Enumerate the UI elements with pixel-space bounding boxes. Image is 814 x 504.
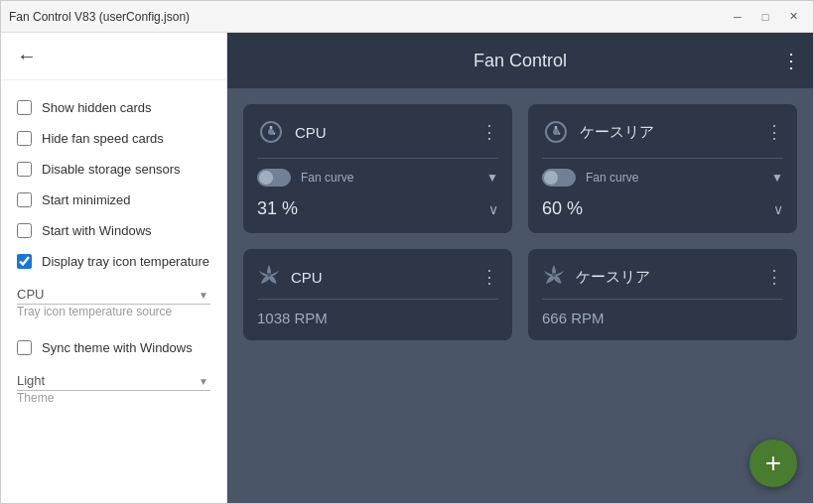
titlebar: Fan Control V83 (userConfig.json) ─ □ ✕: [1, 1, 813, 33]
checkbox-start-minimized[interactable]: Start minimized: [1, 185, 226, 215]
cpu-fan-card: CPU ⋮ 1038 RPM: [243, 249, 512, 340]
case-control-arrow-icon: ▼: [771, 171, 783, 185]
checkbox-disable-storage-label: Disable storage sensors: [42, 162, 180, 177]
svg-point-5: [552, 273, 556, 277]
checkbox-show-hidden[interactable]: Show hidden cards: [1, 92, 226, 123]
theme-label: Theme: [17, 391, 210, 405]
case-card-control-row: Fan curve ▼: [542, 169, 783, 187]
maximize-button[interactable]: □: [753, 7, 777, 27]
tray-temp-source-select[interactable]: CPU GPU Motherboard: [17, 285, 210, 305]
case-card-header: ケースリア ⋮: [542, 118, 783, 146]
checkbox-hide-fan-speed-label: Hide fan speed cards: [42, 131, 164, 146]
cpu-card-title-area: CPU: [257, 118, 327, 146]
window-controls: ─ □ ✕: [726, 7, 805, 27]
cpu-toggle-switch[interactable]: [257, 169, 291, 187]
checkbox-sync-theme[interactable]: Sync theme with Windows: [1, 332, 226, 363]
speed-icon-cpu: [257, 118, 285, 146]
case-percent-value: 60 %: [542, 198, 583, 219]
checkbox-hide-fan-speed-input[interactable]: [17, 131, 32, 146]
cpu-controller-card: CPU ⋮ Fan curve ▼ 31 % ∨: [243, 104, 512, 233]
checkbox-hide-fan-speed[interactable]: Hide fan speed cards: [1, 123, 226, 154]
checkbox-start-minimized-input[interactable]: [17, 192, 32, 207]
checkbox-sync-theme-label: Sync theme with Windows: [42, 340, 193, 355]
checkbox-start-windows-label: Start with Windows: [42, 223, 152, 238]
main-window: Fan Control V83 (userConfig.json) ─ □ ✕ …: [0, 0, 814, 504]
case-card-divider: [542, 158, 783, 159]
svg-point-4: [267, 273, 271, 277]
theme-select[interactable]: Light Dark System: [17, 371, 210, 391]
dropdown-tray-temp: CPU GPU Motherboard ▼ Tray icon temperat…: [1, 277, 226, 328]
cpu-fan-rpm: 1038 RPM: [257, 310, 498, 326]
case-expand-button[interactable]: ∨: [773, 201, 783, 217]
case-controller-card: ケースリア ⋮ Fan curve ▼ 60 % ∨: [528, 104, 797, 233]
svg-point-1: [269, 130, 273, 134]
back-button[interactable]: ←: [17, 45, 37, 67]
case-control-label: Fan curve: [586, 171, 761, 185]
checkbox-disable-storage-input[interactable]: [17, 162, 32, 177]
cpu-control-arrow-icon: ▼: [486, 171, 498, 185]
checkbox-show-hidden-label: Show hidden cards: [42, 100, 152, 115]
case-fan-header: ケースリア ⋮: [542, 263, 783, 291]
case-fan-divider: [542, 299, 783, 300]
case-card-title: ケースリア: [580, 123, 654, 142]
cpu-card-menu-button[interactable]: ⋮: [480, 121, 498, 143]
add-fab-button[interactable]: +: [749, 440, 797, 487]
case-fan-card: ケースリア ⋮ 666 RPM: [528, 249, 797, 340]
cpu-value-row: 31 % ∨: [257, 194, 498, 219]
svg-point-3: [554, 130, 558, 134]
checkbox-start-windows-input[interactable]: [17, 223, 32, 238]
cpu-card-header: CPU ⋮: [257, 118, 498, 146]
checkbox-show-hidden-input[interactable]: [17, 100, 32, 115]
case-toggle-switch[interactable]: [542, 169, 576, 187]
cpu-control-label: Fan curve: [301, 171, 476, 185]
close-button[interactable]: ✕: [781, 7, 805, 27]
content-menu-button[interactable]: ⋮: [781, 49, 801, 72]
cpu-fan-title: CPU: [291, 269, 323, 286]
dropdown-theme: Light Dark System ▼ Theme: [1, 363, 226, 415]
window-title: Fan Control V83 (userConfig.json): [9, 10, 190, 24]
sidebar-content: Show hidden cards Hide fan speed cards D…: [1, 80, 226, 503]
cpu-fan-title-area: CPU: [257, 263, 323, 291]
cpu-toggle-knob: [259, 171, 273, 185]
checkbox-start-windows[interactable]: Start with Windows: [1, 215, 226, 246]
case-card-menu-button[interactable]: ⋮: [765, 121, 783, 143]
case-toggle-knob: [544, 171, 558, 185]
cpu-fan-menu-button[interactable]: ⋮: [480, 266, 498, 288]
checkbox-display-tray-label: Display tray icon temperature: [42, 254, 209, 269]
checkbox-start-minimized-label: Start minimized: [42, 192, 131, 207]
tray-temp-source-label: Tray icon temperature source: [17, 305, 210, 318]
cpu-fan-header: CPU ⋮: [257, 263, 498, 291]
cpu-percent-value: 31 %: [257, 198, 298, 219]
case-fan-title: ケースリア: [576, 268, 650, 287]
sidebar-back-area: ←: [1, 33, 226, 80]
cpu-card-divider: [257, 158, 498, 159]
case-card-title-area: ケースリア: [542, 118, 654, 146]
speed-icon-case: [542, 118, 570, 146]
fan-icon-case: [542, 263, 566, 291]
checkbox-disable-storage[interactable]: Disable storage sensors: [1, 154, 226, 185]
cpu-expand-button[interactable]: ∨: [488, 201, 498, 217]
checkbox-sync-theme-input[interactable]: [17, 340, 32, 355]
case-fan-title-area: ケースリア: [542, 263, 650, 291]
content-area: Fan Control ⋮: [227, 33, 813, 503]
cpu-fan-divider: [257, 299, 498, 300]
cpu-card-title: CPU: [295, 124, 327, 141]
cpu-card-control-row: Fan curve ▼: [257, 169, 498, 187]
case-value-row: 60 % ∨: [542, 194, 783, 219]
case-fan-rpm: 666 RPM: [542, 310, 783, 326]
checkbox-display-tray-input[interactable]: [17, 254, 32, 269]
checkbox-display-tray[interactable]: Display tray icon temperature: [1, 246, 226, 277]
dropdown-tray-wrapper: CPU GPU Motherboard ▼: [17, 285, 210, 305]
case-fan-menu-button[interactable]: ⋮: [765, 266, 783, 288]
content-header: Fan Control ⋮: [227, 33, 813, 88]
minimize-button[interactable]: ─: [726, 7, 749, 27]
cards-grid: CPU ⋮ Fan curve ▼ 31 % ∨: [227, 88, 813, 503]
sidebar: ← Show hidden cards Hide fan speed cards…: [1, 33, 227, 503]
content-title: Fan Control: [474, 51, 567, 71]
fan-icon-cpu: [257, 263, 281, 291]
main-layout: ← Show hidden cards Hide fan speed cards…: [1, 33, 813, 503]
dropdown-theme-wrapper: Light Dark System ▼: [17, 371, 210, 391]
